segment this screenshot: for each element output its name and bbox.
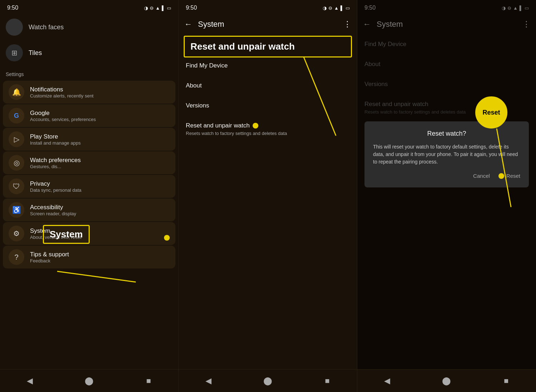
dialog-reset-label: Reset xyxy=(506,173,520,179)
watch-face-thumbnail xyxy=(6,19,23,36)
system-callout-box: System xyxy=(43,225,90,244)
settings-item-tips[interactable]: ? Tips & support Feedback xyxy=(3,246,175,268)
reset-yellow-dot xyxy=(253,123,258,129)
watch-faces-item[interactable]: Watch faces xyxy=(0,14,178,40)
reset-dialog: Reset watch? This will reset your watch … xyxy=(364,121,529,187)
top-bar-2: ← System ⋮ xyxy=(179,14,357,34)
accessibility-text: Accessibility Screen reader, display xyxy=(30,204,76,216)
watchprefs-icon: ◎ xyxy=(9,155,24,171)
panel-3: 9:50 ◑ ⊖ ▲ ▌ ▭ ← System ⋮ Find My Device… xyxy=(357,0,536,392)
find-my-device-item[interactable]: Find My Device xyxy=(179,56,357,76)
watch-faces-label: Watch faces xyxy=(29,24,64,31)
reset-item-row[interactable]: Reset and unpair watch xyxy=(179,116,357,131)
notifications-text: Notifications Customize alerts, recently… xyxy=(30,86,94,99)
about-item[interactable]: About xyxy=(179,76,357,96)
status-icons-2: ◑ ⊖ ▲ ▌ ▭ xyxy=(323,5,350,11)
recents-button-1[interactable]: ■ xyxy=(138,374,159,388)
more-menu-2[interactable]: ⋮ xyxy=(343,20,351,29)
dialog-reset-button[interactable]: Reset xyxy=(498,173,520,179)
dim-overlay xyxy=(357,0,536,392)
home-button-3[interactable]: ⬤ xyxy=(436,374,457,388)
reset-callout-text: Reset and unpair watch xyxy=(190,41,295,52)
tips-text: Tips & support Feedback xyxy=(30,251,69,263)
status-time-1: 9:50 xyxy=(7,5,18,11)
privacy-text: Privacy Data sync, personal data xyxy=(30,180,81,193)
versions-label: Versions xyxy=(186,102,209,109)
battery-icon: ▭ xyxy=(167,5,171,11)
system-yellow-dot xyxy=(164,235,170,241)
system-callout-text: System xyxy=(50,229,83,240)
settings-item-privacy[interactable]: 🛡 Privacy Data sync, personal data xyxy=(3,175,175,198)
settings-item-google[interactable]: G Google Accounts, services, preferences xyxy=(3,104,175,127)
tips-title: Tips & support xyxy=(30,251,69,258)
notifications-icon: 🔔 xyxy=(9,84,24,100)
tiles-icon: ⊞ xyxy=(6,44,23,61)
versions-item[interactable]: Versions xyxy=(179,96,357,116)
status-time-2: 9:50 xyxy=(186,5,197,11)
bottom-nav-1: ◀ ⬤ ■ xyxy=(0,369,178,392)
dnd-icon: ⊖ xyxy=(150,5,154,11)
privacy-icon: 🛡 xyxy=(9,179,24,194)
tiles-item[interactable]: ⊞ Tiles xyxy=(0,40,178,66)
panel-2: 9:50 ◑ ⊖ ▲ ▌ ▭ ← System ⋮ Reset and unpa… xyxy=(179,0,357,392)
google-text: Google Accounts, services, preferences xyxy=(30,110,96,122)
playstore-text: Play Store Install and manage apps xyxy=(30,133,81,146)
battery-icon-2: ▭ xyxy=(346,5,350,11)
reset-circle-badge[interactable]: Reset xyxy=(475,96,507,129)
notifications-sub: Customize alerts, recently sent xyxy=(30,93,94,99)
settings-section-label: Settings xyxy=(0,66,178,80)
about-label: About xyxy=(186,82,202,89)
reset-btn-dot xyxy=(498,173,504,179)
notifications-title: Notifications xyxy=(30,86,94,93)
status-icons-1: ◑ ⊖ ▲ ▌ ▭ xyxy=(144,5,171,11)
reset-sub-label: Resets watch to factory settings and del… xyxy=(179,131,357,142)
watchprefs-text: Watch preferences Gestures, dis... xyxy=(30,157,81,169)
settings-item-accessibility[interactable]: ♿ Accessibility Screen reader, display xyxy=(3,198,175,221)
playstore-icon: ▷ xyxy=(9,131,24,147)
dnd-icon-2: ⊖ xyxy=(328,5,332,11)
accessibility-sub: Screen reader, display xyxy=(30,211,76,216)
settings-item-playstore[interactable]: ▷ Play Store Install and manage apps xyxy=(3,128,175,151)
signal-icon: ▌ xyxy=(162,5,165,11)
back-button-3[interactable]: ◀ xyxy=(376,374,398,388)
back-button-1[interactable]: ◀ xyxy=(19,374,40,388)
nav-content-1: Watch faces ⊞ Tiles Settings 🔔 Notificat… xyxy=(0,14,178,369)
dialog-body: This will reset your watch to factory de… xyxy=(373,143,520,166)
watchprefs-sub: Gestures, dis... xyxy=(30,164,81,169)
reset-callout-box: Reset and unpair watch xyxy=(184,36,352,57)
system-list: Find My Device About Versions Reset and … xyxy=(179,34,357,369)
find-my-device-label: Find My Device xyxy=(186,62,228,69)
bottom-nav-2: ◀ ⬤ ■ xyxy=(179,369,357,392)
bottom-nav-3: ◀ ⬤ ■ xyxy=(357,369,536,392)
status-bar-1: 9:50 ◑ ⊖ ▲ ▌ ▭ xyxy=(0,0,178,14)
home-button-1[interactable]: ⬤ xyxy=(78,374,100,388)
tips-icon: ? xyxy=(9,249,24,265)
reset-circle-label: Reset xyxy=(482,109,500,116)
google-icon: G xyxy=(9,108,24,124)
back-arrow-2[interactable]: ← xyxy=(184,20,192,29)
settings-item-watchprefs[interactable]: ◎ Watch preferences Gestures, dis... xyxy=(3,151,175,174)
dialog-title: Reset watch? xyxy=(373,130,520,137)
google-title: Google xyxy=(30,110,96,117)
wifi-icon: ▲ xyxy=(155,5,160,11)
wifi-icon-2: ▲ xyxy=(334,5,339,11)
dialog-cancel-button[interactable]: Cancel xyxy=(473,173,490,179)
home-button-2[interactable]: ⬤ xyxy=(257,374,278,388)
system-icon: ⚙ xyxy=(9,226,24,241)
panel-1: 9:50 ◑ ⊖ ▲ ▌ ▭ Watch faces ⊞ Tiles Setti… xyxy=(0,0,179,392)
google-sub: Accounts, services, preferences xyxy=(30,117,96,122)
back-button-2[interactable]: ◀ xyxy=(198,374,219,388)
settings-item-notifications[interactable]: 🔔 Notifications Customize alerts, recent… xyxy=(3,81,175,104)
playstore-sub: Install and manage apps xyxy=(30,140,81,146)
privacy-title: Privacy xyxy=(30,180,81,187)
recents-button-3[interactable]: ■ xyxy=(496,374,517,388)
dialog-actions: Cancel Reset xyxy=(373,173,520,179)
privacy-sub: Data sync, personal data xyxy=(30,187,81,193)
accessibility-title: Accessibility xyxy=(30,204,76,211)
recents-button-2[interactable]: ■ xyxy=(317,374,338,388)
playstore-title: Play Store xyxy=(30,133,81,140)
panel2-title: System xyxy=(198,20,224,29)
signal-icon-2: ▌ xyxy=(341,5,344,11)
tiles-icon-shape: ⊞ xyxy=(11,49,18,57)
accessibility-icon: ♿ xyxy=(9,202,24,218)
